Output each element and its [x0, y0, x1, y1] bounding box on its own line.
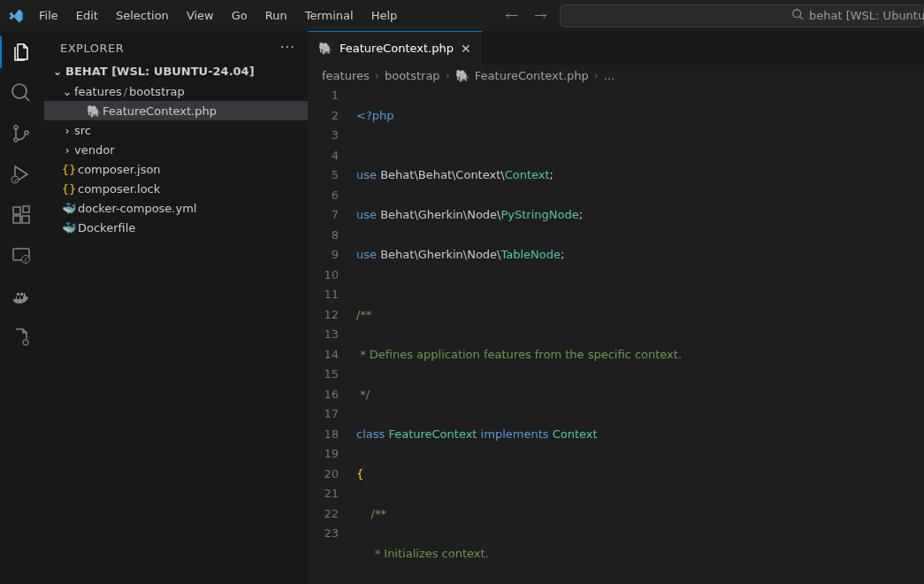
menu-selection[interactable]: Selection	[108, 5, 177, 26]
menu-bar: File Edit Selection View Go Run Terminal…	[31, 5, 405, 26]
vscode-icon	[8, 8, 24, 24]
folder-vendor[interactable]: › vendor	[44, 140, 308, 159]
file-tree: ⌄ features/bootstrap 🐘 FeatureContext.ph…	[42, 81, 308, 237]
docker-icon	[11, 286, 32, 307]
scm-icon	[11, 123, 32, 144]
crumb-ellipsis[interactable]: ...	[604, 69, 615, 82]
folder-label: src	[74, 124, 91, 137]
file-composer-json[interactable]: {} composer.json	[44, 159, 308, 179]
tab-bar: 🐘 FeatureContext.php ✕	[308, 31, 924, 65]
svg-point-0	[11, 176, 19, 183]
command-center[interactable]: behat [WSL: Ubuntu	[560, 4, 924, 27]
php-icon: 🐘	[455, 69, 470, 82]
activity-search[interactable]	[9, 81, 34, 105]
crumb-file[interactable]: FeatureContext.php	[475, 69, 589, 82]
app-logo	[0, 8, 31, 24]
activity-remote[interactable]	[9, 243, 34, 268]
file-label: composer.lock	[78, 182, 160, 196]
code-area[interactable]: <?php use Behat\Behat\Context\Context; u…	[356, 86, 924, 584]
file-gear-icon	[11, 327, 32, 348]
folder-label: bootstrap	[129, 85, 185, 98]
crumb-features[interactable]: features	[322, 69, 370, 82]
menu-terminal[interactable]: Terminal	[297, 5, 362, 26]
file-featurecontext[interactable]: 🐘 FeatureContext.php	[44, 101, 308, 120]
php-icon: 🐘	[318, 42, 332, 55]
chevron-down-icon: ⌄	[60, 85, 74, 98]
activity-debug[interactable]	[9, 162, 34, 187]
docker-icon: 🐳	[60, 202, 78, 215]
menu-view[interactable]: View	[179, 5, 222, 26]
chevron-right-icon: ›	[446, 69, 450, 82]
file-label: composer.json	[78, 163, 161, 176]
editor-content[interactable]: 1234567891011121314151617181920212223 <?…	[308, 86, 924, 584]
activity-docker[interactable]	[9, 284, 34, 309]
activity-scm[interactable]	[9, 121, 34, 146]
file-label: FeatureContext.php	[103, 104, 217, 118]
folder-features[interactable]: ⌄ features/bootstrap	[44, 81, 308, 101]
chevron-right-icon: ›	[594, 69, 599, 82]
sidebar-title: EXPLORER	[60, 42, 124, 55]
folder-src[interactable]: › src	[44, 120, 308, 140]
search-icon	[792, 9, 804, 23]
file-label: docker-compose.yml	[78, 202, 196, 215]
json-icon: {}	[60, 163, 78, 176]
breadcrumb[interactable]: features › bootstrap › 🐘 FeatureContext.…	[308, 65, 924, 86]
editor-pane: 🐘 FeatureContext.php ✕ features › bootst…	[308, 31, 924, 584]
activity-explorer[interactable]	[9, 40, 34, 65]
debug-icon	[11, 164, 32, 185]
nav-forward-icon[interactable]: 🡒	[534, 8, 547, 24]
chevron-right-icon: ›	[60, 124, 74, 137]
sidebar: EXPLORER ··· ⌄ BEHAT [WSL: UBUNTU-24.04]…	[42, 31, 308, 584]
chevron-down-icon: ⌄	[53, 65, 62, 78]
docker-icon: 🐳	[60, 221, 78, 234]
titlebar: File Edit Selection View Go Run Terminal…	[0, 0, 924, 31]
line-gutter: 1234567891011121314151617181920212223	[308, 86, 356, 584]
folder-label: vendor	[74, 143, 114, 157]
folder-label: features	[74, 85, 122, 98]
close-icon[interactable]: ✕	[461, 42, 471, 56]
tab-label: FeatureContext.php	[340, 42, 454, 55]
remote-icon	[11, 245, 32, 266]
more-icon[interactable]: ···	[280, 40, 295, 56]
menu-go[interactable]: Go	[224, 5, 256, 26]
search-text: behat [WSL: Ubuntu	[809, 9, 924, 22]
file-dockerfile[interactable]: 🐳 Dockerfile	[44, 218, 308, 237]
project-header[interactable]: ⌄ BEHAT [WSL: UBUNTU-24.04]	[42, 61, 308, 81]
crumb-bootstrap[interactable]: bootstrap	[385, 69, 440, 82]
nav-back-icon[interactable]: 🡐	[505, 8, 518, 24]
extensions-icon	[11, 204, 32, 226]
activity-settings-gear[interactable]	[9, 325, 34, 350]
project-title: BEHAT [WSL: UBUNTU-24.04]	[65, 65, 255, 78]
search-icon	[11, 82, 32, 104]
sidebar-header: EXPLORER ···	[42, 31, 308, 61]
chevron-right-icon: ›	[375, 69, 379, 82]
php-icon: 🐘	[85, 104, 103, 118]
menu-help[interactable]: Help	[363, 5, 406, 26]
menu-run[interactable]: Run	[257, 5, 295, 26]
chevron-right-icon: ›	[60, 143, 74, 157]
file-composer-lock[interactable]: {} composer.lock	[44, 179, 308, 198]
file-label: Dockerfile	[78, 221, 135, 234]
tab-featurecontext[interactable]: 🐘 FeatureContext.php ✕	[308, 31, 483, 65]
file-docker-compose[interactable]: 🐳 docker-compose.yml	[44, 198, 308, 218]
files-icon	[11, 42, 32, 63]
activity-extensions[interactable]	[9, 203, 34, 227]
activity-bar	[0, 31, 42, 584]
menu-file[interactable]: File	[31, 5, 66, 26]
menu-edit[interactable]: Edit	[68, 5, 106, 26]
json-icon: {}	[60, 182, 78, 196]
nav-arrows: 🡐 🡒	[505, 8, 547, 24]
